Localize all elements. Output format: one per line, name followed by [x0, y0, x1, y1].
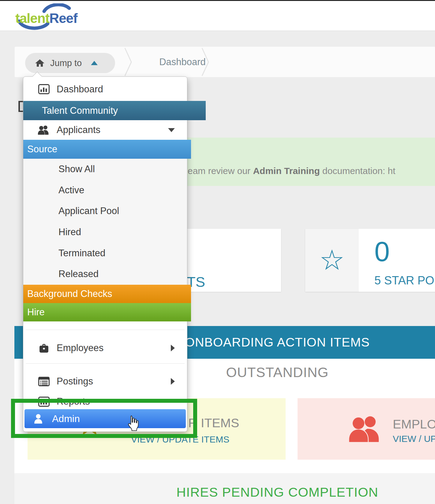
- star-outline-icon: ☆: [319, 246, 344, 274]
- submenu-item-terminated[interactable]: Terminated: [23, 243, 187, 264]
- menu-item-employees[interactable]: Employees: [23, 333, 187, 363]
- hires-pending-title: HIRES PENDING COMPLETION: [176, 485, 378, 500]
- star-icon-zone: ☆: [305, 229, 359, 292]
- employee-items-link[interactable]: VIEW / UP: [393, 434, 435, 444]
- chevron-down-icon: [168, 128, 175, 132]
- talentreef-dashboard-screen: talentReef Jump to Dashboard D eam revie…: [0, 0, 435, 504]
- briefcase-icon: [38, 343, 50, 353]
- alert-text-bold: Admin Training: [253, 166, 320, 176]
- submenu-item-active[interactable]: Active: [23, 180, 187, 201]
- breadcrumb: Jump to Dashboard: [14, 46, 435, 77]
- list-icon: [38, 377, 50, 386]
- submenu-item-released[interactable]: Released: [23, 264, 187, 285]
- menu-item-label: Postings: [57, 376, 93, 387]
- source-submenu: Show All Active Applicant Pool Hired Ter…: [23, 159, 187, 285]
- employee-items-title: EMPLO: [393, 417, 435, 432]
- menu-item-dashboard[interactable]: Dashboard: [23, 77, 187, 101]
- menu-band-label: Background Checks: [27, 288, 112, 299]
- menu-item-label: Dashboard: [57, 84, 103, 95]
- five-star-count: 0: [374, 236, 390, 268]
- outstanding-heading: OUTSTANDING: [226, 365, 328, 380]
- five-star-label: 5 STAR PO: [374, 274, 434, 287]
- home-icon: [35, 59, 45, 67]
- employees-group-icon: [348, 415, 383, 444]
- app-header: talentReef: [0, 1, 435, 31]
- alert-text: eam review our Admin Training documentat…: [188, 166, 396, 176]
- menu-band-label: Hire: [27, 307, 45, 318]
- logo-wordmark: talentReef: [15, 11, 77, 26]
- talentreef-logo: talentReef: [14, 3, 78, 30]
- onboarding-header-title: ONBOARDING ACTION ITEMS: [185, 335, 370, 350]
- menu-band-label: Source: [27, 144, 57, 155]
- menu-band-source[interactable]: Source: [23, 140, 191, 159]
- alert-text-prefix: eam review our: [188, 166, 253, 176]
- menu-divider: [26, 330, 185, 330]
- menu-band-label: Talent Community: [42, 105, 118, 116]
- stat-card-five-star[interactable]: ☆ 0 5 STAR PO: [305, 229, 435, 292]
- submenu-item-show-all[interactable]: Show All: [23, 159, 187, 180]
- jump-to-label: Jump to: [50, 58, 82, 68]
- annotation-highlight-box: [11, 399, 197, 438]
- chevron-right-icon: [171, 345, 175, 351]
- menu-band-talent-community[interactable]: Talent Community: [23, 101, 206, 120]
- breadcrumb-item-dashboard[interactable]: Dashboard: [143, 47, 222, 77]
- menu-item-postings[interactable]: Postings: [23, 366, 187, 396]
- cursor-pointer-icon: [127, 415, 139, 433]
- menu-item-label: Employees: [57, 343, 103, 354]
- submenu-item-applicant-pool[interactable]: Applicant Pool: [23, 201, 187, 222]
- menu-band-background-checks[interactable]: Background Checks: [23, 285, 191, 303]
- jump-to-button[interactable]: Jump to: [25, 53, 115, 73]
- menu-divider: [26, 363, 185, 364]
- bar-chart-icon: [38, 84, 50, 94]
- submenu-item-hired[interactable]: Hired: [23, 222, 187, 243]
- logo-text-talent: talent: [15, 11, 49, 26]
- jump-to-dropdown-menu: Dashboard Talent Community Applicants So…: [23, 76, 187, 432]
- breadcrumb-separator-icon: [201, 47, 209, 77]
- alert-text-suffix: documentation: ht: [320, 166, 396, 176]
- chevron-up-icon: [91, 61, 98, 65]
- users-icon: [38, 125, 50, 135]
- menu-item-applicants[interactable]: Applicants: [23, 120, 187, 140]
- chevron-right-icon: [171, 378, 175, 385]
- breadcrumb-separator-icon: [124, 47, 132, 77]
- logo-text-reef: Reef: [49, 11, 77, 26]
- menu-item-label: Applicants: [57, 124, 100, 135]
- menu-band-hire[interactable]: Hire: [23, 303, 191, 321]
